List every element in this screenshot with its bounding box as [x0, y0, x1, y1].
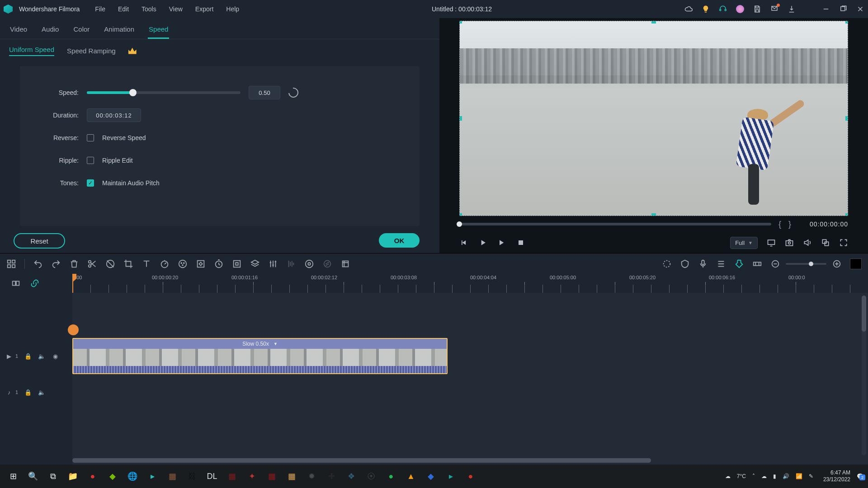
- app5-icon[interactable]: ✦: [243, 468, 260, 485]
- mute-icon[interactable]: 🔈: [38, 389, 45, 396]
- speed-slider[interactable]: [87, 91, 241, 94]
- fullscreen-icon[interactable]: [839, 238, 848, 247]
- reset-button[interactable]: Reset: [14, 233, 65, 249]
- weather-temp[interactable]: 7°C: [737, 473, 746, 479]
- nvidia-icon[interactable]: ◆: [104, 468, 121, 485]
- track-manager-icon[interactable]: [6, 259, 16, 269]
- zoom-in-icon[interactable]: [832, 259, 842, 269]
- speed-icon[interactable]: [160, 259, 170, 269]
- app10-icon[interactable]: ❖: [343, 468, 360, 485]
- marker-handle[interactable]: [68, 324, 79, 335]
- notifications-icon[interactable]: [770, 5, 778, 13]
- visibility-icon[interactable]: ◉: [52, 352, 59, 360]
- tips-icon[interactable]: [702, 5, 710, 13]
- resize-handle[interactable]: [459, 21, 462, 23]
- zoom-out-icon[interactable]: [770, 259, 780, 269]
- zoom-slider[interactable]: [786, 263, 826, 265]
- menu-tools[interactable]: Tools: [142, 5, 156, 13]
- play-fwd-icon[interactable]: [497, 238, 506, 247]
- save-icon[interactable]: [753, 5, 761, 13]
- resize-handle[interactable]: [845, 21, 848, 23]
- minimize-icon[interactable]: [822, 5, 830, 13]
- timeline-h-scrollbar[interactable]: [72, 458, 651, 463]
- speed-value[interactable]: 0.50: [249, 86, 280, 99]
- auto-ripple-icon[interactable]: [752, 259, 762, 269]
- app14-icon[interactable]: ●: [462, 468, 479, 485]
- battery-icon[interactable]: ▮: [773, 473, 776, 479]
- duration-icon[interactable]: [214, 259, 224, 269]
- video-track-icon[interactable]: ▶: [5, 352, 13, 360]
- chevron-down-icon[interactable]: ▼: [274, 342, 278, 346]
- ripple-checkbox[interactable]: [87, 157, 94, 164]
- menu-help[interactable]: Help: [226, 5, 239, 13]
- cloud-icon[interactable]: [684, 5, 693, 13]
- filmora-icon[interactable]: ▸: [144, 468, 161, 485]
- render-icon[interactable]: [340, 259, 350, 269]
- onedrive-icon[interactable]: ☁: [761, 473, 767, 479]
- mute-icon[interactable]: 🔈: [38, 352, 45, 360]
- tab-video[interactable]: Video: [9, 23, 28, 39]
- taskview-icon[interactable]: ⧉: [44, 468, 61, 485]
- safe-zone-icon[interactable]: [680, 259, 690, 269]
- display-mode-icon[interactable]: [767, 238, 776, 247]
- timeline-minimap[interactable]: [850, 258, 862, 269]
- ok-button[interactable]: OK: [379, 233, 420, 248]
- delete-icon[interactable]: [69, 259, 79, 269]
- wifi-icon[interactable]: 📶: [796, 473, 802, 479]
- tab-audio[interactable]: Audio: [41, 23, 60, 39]
- speed-reset-icon[interactable]: [287, 86, 301, 100]
- tab-animation[interactable]: Animation: [103, 23, 135, 39]
- obs-icon[interactable]: ●: [84, 468, 101, 485]
- chrome-icon[interactable]: 🌐: [124, 468, 141, 485]
- keyframe-icon[interactable]: [196, 259, 206, 269]
- resize-handle[interactable]: [651, 21, 656, 23]
- resize-handle[interactable]: [651, 213, 656, 216]
- app4-icon[interactable]: ▦: [223, 468, 241, 485]
- language-icon[interactable]: ✎: [809, 473, 813, 479]
- explorer-icon[interactable]: 📁: [64, 468, 81, 485]
- audio-adjust-icon[interactable]: [268, 259, 278, 269]
- support-icon[interactable]: [719, 5, 727, 13]
- match-cut-icon[interactable]: [11, 278, 21, 288]
- spotify-icon[interactable]: ●: [382, 468, 400, 485]
- mark-out-icon[interactable]: }: [788, 220, 791, 229]
- detach-icon[interactable]: [821, 238, 830, 247]
- weather-icon[interactable]: ☁: [725, 473, 731, 479]
- link-icon[interactable]: [30, 278, 40, 288]
- ruler-track[interactable]: 0:0000:00:00:2000:00:01:1600:00:02:1200:…: [72, 274, 868, 293]
- menu-view[interactable]: View: [169, 5, 183, 13]
- fit-icon[interactable]: [232, 259, 242, 269]
- crop-icon[interactable]: [123, 259, 133, 269]
- reverse-checkbox[interactable]: [87, 134, 94, 141]
- snapshot-icon[interactable]: [785, 238, 794, 247]
- timeline-v-scrollbar[interactable]: [862, 296, 866, 455]
- voiceover-icon[interactable]: [698, 259, 708, 269]
- prev-frame-icon[interactable]: [459, 238, 468, 247]
- app2-icon[interactable]: ⛓: [184, 468, 201, 485]
- tray-chevron-up-icon[interactable]: ˄: [752, 473, 755, 479]
- play-icon[interactable]: [478, 238, 487, 247]
- subtab-speed-ramping[interactable]: Speed Ramping: [67, 47, 116, 55]
- search-icon[interactable]: 🔍: [24, 468, 42, 485]
- seek-track[interactable]: [459, 223, 771, 225]
- tab-speed[interactable]: Speed: [148, 23, 169, 39]
- menu-export[interactable]: Export: [195, 5, 213, 13]
- volume-icon[interactable]: 🔊: [783, 473, 789, 479]
- app9-icon[interactable]: ✚: [323, 468, 340, 485]
- tab-color[interactable]: Color: [72, 23, 90, 39]
- app12-icon[interactable]: ◆: [422, 468, 439, 485]
- render-preview-icon[interactable]: [662, 259, 672, 269]
- preview-viewport[interactable]: [459, 21, 848, 216]
- action-center-icon[interactable]: 💬: [857, 473, 863, 479]
- stop-icon[interactable]: [516, 238, 525, 247]
- green-screen-icon[interactable]: [250, 259, 260, 269]
- vlc-icon[interactable]: ▲: [402, 468, 420, 485]
- app7-icon[interactable]: ▦: [283, 468, 300, 485]
- app1-icon[interactable]: ▦: [164, 468, 181, 485]
- undo-icon[interactable]: [33, 259, 43, 269]
- app11-icon[interactable]: ⦿: [363, 468, 380, 485]
- lock-icon[interactable]: 🔒: [24, 389, 32, 396]
- resize-handle[interactable]: [845, 213, 848, 216]
- resize-handle[interactable]: [845, 116, 848, 121]
- mixer-icon[interactable]: [716, 259, 726, 269]
